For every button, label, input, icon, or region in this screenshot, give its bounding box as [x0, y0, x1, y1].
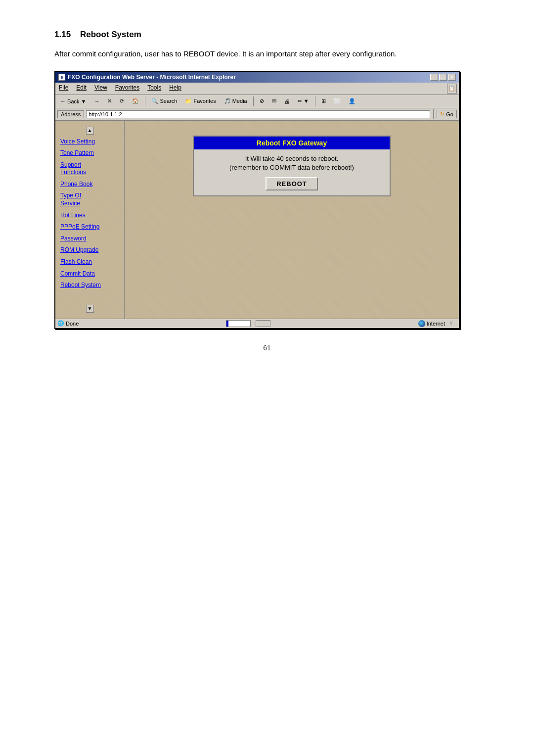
ie-extra-icon: 📋: [447, 84, 457, 94]
search-button[interactable]: 🔍 Search: [148, 97, 180, 105]
ie-address-bar: Address ↻ Go: [55, 108, 459, 121]
menu-edit[interactable]: Edit: [75, 84, 88, 94]
ie-main-content: Reboot FXO Gateway It Will take 40 secon…: [125, 121, 459, 319]
ie-window-title: FXO Configuration Web Server - Microsoft…: [68, 74, 236, 81]
ie-title-bar: e FXO Configuration Web Server - Microso…: [55, 72, 459, 83]
resize-handle[interactable]: //: [450, 320, 457, 327]
sidebar-item-commit-data[interactable]: Commit Data: [55, 269, 124, 280]
sidebar-scroll-up[interactable]: ▲: [86, 127, 94, 135]
ie-content: ▲ Voice Setting Tone Pattern SupportFunc…: [55, 121, 459, 319]
history-button[interactable]: ⊘: [257, 97, 267, 105]
section-number: 1.15: [54, 30, 71, 39]
ie-icon: e: [58, 74, 65, 81]
status-globe-icon: 🌐: [57, 320, 64, 327]
menu-view[interactable]: View: [93, 84, 109, 94]
sidebar-item-tone-pattern[interactable]: Tone Pattern: [55, 148, 124, 159]
section-heading: 1.15 Reboot System: [54, 30, 480, 40]
reboot-line1-text: It Will take 40 seconds to reboot.: [245, 155, 339, 162]
resize-button[interactable]: ⬜: [331, 97, 344, 105]
sidebar-scroll-down[interactable]: ▼: [86, 305, 94, 313]
page-number: 61: [54, 344, 480, 352]
menu-help[interactable]: Help: [168, 84, 183, 94]
reboot-dialog-title: Reboot FXO Gateway: [194, 137, 390, 149]
ie-title-left: e FXO Configuration Web Server - Microso…: [58, 74, 236, 81]
sidebar-item-flash-clean[interactable]: Flash Clean: [55, 257, 124, 268]
refresh-button[interactable]: ⟳: [117, 97, 127, 105]
menu-file[interactable]: File: [57, 84, 70, 94]
toolbar-separator: [145, 96, 145, 106]
sidebar-item-support-functions[interactable]: SupportFunctions: [55, 160, 124, 178]
messenger-button[interactable]: 👤: [346, 97, 358, 105]
reboot-dialog: Reboot FXO Gateway It Will take 40 secon…: [193, 136, 391, 196]
sidebar-item-rom-upgrade[interactable]: ROM Upgrade: [55, 245, 124, 256]
ie-menu-bar: File Edit View Favorites Tools Help 📋: [55, 83, 459, 95]
minimize-button[interactable]: _: [430, 74, 438, 81]
reboot-button[interactable]: REBOOT: [266, 177, 318, 190]
toolbar-separator-3: [315, 96, 315, 106]
fullscreen-button[interactable]: ⊞: [318, 97, 329, 105]
address-input[interactable]: [86, 110, 430, 118]
menu-favorites[interactable]: Favorites: [114, 84, 141, 94]
progress-bar: [226, 320, 251, 327]
ie-sidebar: ▲ Voice Setting Tone Pattern SupportFunc…: [55, 121, 125, 319]
section-title: Reboot System: [80, 30, 141, 39]
status-internet-text: Internet: [427, 321, 445, 327]
go-label: Go: [446, 111, 453, 117]
sidebar-item-password[interactable]: Password: [55, 234, 124, 244]
ie-status-bar: 🌐 Done Internet //: [55, 319, 459, 328]
back-button[interactable]: ← Back ▼: [57, 97, 89, 105]
home-button[interactable]: 🏠: [129, 97, 142, 105]
ie-window-controls: _ □ ×: [430, 74, 456, 81]
status-internet-area: Internet: [418, 320, 445, 327]
go-button[interactable]: ↻ Go: [437, 110, 457, 118]
edit-button[interactable]: ✏ ▼: [295, 97, 312, 105]
sidebar-item-pppoe-setting[interactable]: PPPoE Setting: [55, 222, 124, 233]
reboot-text-line1: It Will take 40 seconds to reboot. (reme…: [199, 154, 385, 172]
menu-tools[interactable]: Tools: [146, 84, 163, 94]
status-done-text: Done: [66, 321, 79, 327]
ie-toolbar: ← Back ▼ → ✕ ⟳ 🏠 🔍 Search 📁 Favorites 🎵 …: [55, 95, 459, 108]
ie-window: e FXO Configuration Web Server - Microso…: [54, 71, 460, 329]
stop-button[interactable]: ✕: [104, 97, 115, 105]
toolbar-separator-2: [253, 96, 254, 106]
mail-button[interactable]: ✉: [269, 97, 279, 105]
sidebar-item-hot-lines[interactable]: Hot Lines: [55, 210, 124, 221]
status-done-area: 🌐 Done: [57, 320, 79, 327]
status-progress-area: [84, 320, 413, 327]
addr-sep: [433, 109, 434, 119]
close-button[interactable]: ×: [448, 74, 456, 81]
sidebar-item-phone-book[interactable]: Phone Book: [55, 179, 124, 190]
print-button[interactable]: 🖨: [281, 97, 293, 105]
sidebar-item-type-of-service[interactable]: Type OfService: [55, 190, 124, 209]
reboot-dialog-body: It Will take 40 seconds to reboot. (reme…: [194, 149, 390, 195]
progress-fill: [226, 321, 228, 327]
sidebar-item-reboot-system[interactable]: Reboot System: [55, 280, 124, 291]
media-button[interactable]: 🎵 Media: [221, 97, 250, 105]
maximize-button[interactable]: □: [439, 74, 447, 81]
sidebar-item-voice-setting[interactable]: Voice Setting: [55, 137, 124, 147]
reboot-line2-text: (remember to COMMIT data before reboot!): [229, 164, 354, 171]
progress-indicator-2: [256, 320, 270, 327]
favorites-button[interactable]: 📁 Favorites: [182, 97, 219, 105]
forward-button[interactable]: →: [91, 97, 102, 105]
internet-globe-icon: [418, 320, 425, 327]
section-description: After commit configuration, user has to …: [54, 48, 480, 60]
address-label: Address: [57, 110, 84, 118]
